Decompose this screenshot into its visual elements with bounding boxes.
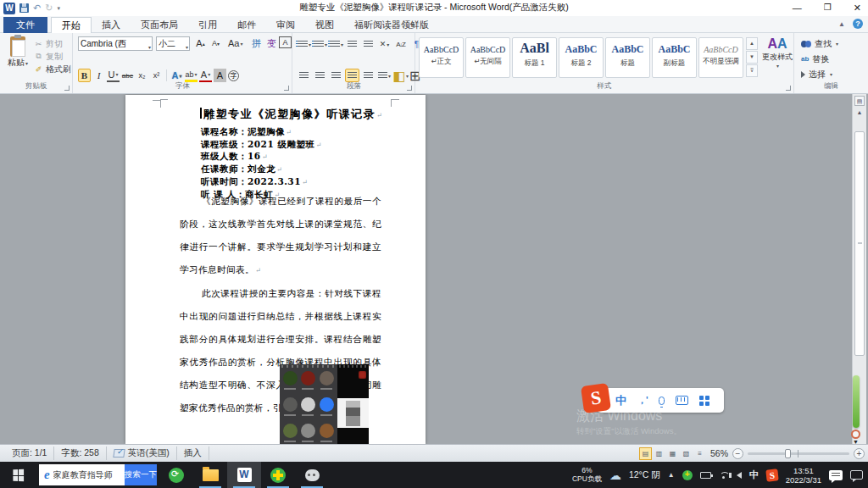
notification-filled-icon[interactable]: [829, 470, 843, 480]
paragraph-dialog-launcher[interactable]: [407, 86, 412, 91]
restore-button[interactable]: ❐: [824, 0, 832, 15]
action-center-icon[interactable]: [850, 470, 863, 480]
view-draft-button[interactable]: ≡: [693, 447, 706, 460]
taskbar-wechat[interactable]: [295, 462, 329, 488]
decrease-indent-button[interactable]: [345, 37, 359, 51]
status-spellcheck[interactable]: 英语(美国): [107, 446, 177, 460]
justify-button[interactable]: [345, 69, 359, 82]
start-button[interactable]: [0, 462, 37, 488]
select-button[interactable]: 选择▾: [801, 68, 832, 80]
sogou-tray-icon[interactable]: S: [765, 469, 778, 481]
font-dialog-launcher[interactable]: [284, 86, 289, 91]
copy-button[interactable]: ⧉复制: [34, 50, 71, 63]
font-name-combo[interactable]: Cambria (西▾: [78, 36, 153, 51]
character-shading-button[interactable]: A: [214, 69, 226, 82]
tray-expand-icon[interactable]: ▲: [668, 471, 675, 479]
tab-file[interactable]: 文件: [3, 17, 47, 33]
find-button[interactable]: 查找▾: [801, 37, 838, 50]
tab-home[interactable]: 开始: [51, 17, 92, 33]
shading-button[interactable]: ◧▾: [393, 69, 408, 82]
tray-360-icon[interactable]: [682, 470, 693, 480]
style-normal[interactable]: AaBbCcD ↵正文: [419, 37, 464, 78]
scroll-up-arrow[interactable]: ▲: [854, 108, 865, 118]
taskbar-360safe[interactable]: [261, 462, 295, 488]
search-input[interactable]: 家庭教育指导师: [53, 469, 125, 481]
sort-button[interactable]: A↓Z: [393, 37, 408, 51]
ime-chinese-mode[interactable]: 中: [615, 393, 626, 408]
tab-references[interactable]: 引用: [188, 17, 227, 33]
asian-layout-button[interactable]: ✕▾: [377, 37, 392, 51]
multilevel-list-button[interactable]: ▾: [329, 37, 343, 51]
clock-widget[interactable]: 13:51 2022/3/31: [786, 466, 821, 485]
weather-widget[interactable]: 12°C 阴: [629, 469, 660, 481]
numbering-button[interactable]: ▾: [313, 37, 327, 51]
ime-mic-icon[interactable]: [659, 396, 665, 405]
line-spacing-button[interactable]: ▾: [377, 69, 392, 82]
help-icon[interactable]: ?: [853, 19, 863, 29]
align-center-button[interactable]: [313, 69, 327, 82]
clipboard-dialog-launcher[interactable]: [64, 86, 70, 91]
subscript-button[interactable]: x₂: [136, 69, 148, 82]
replace-button[interactable]: ab 替换: [801, 53, 829, 65]
zoom-in-button[interactable]: +: [854, 448, 865, 459]
change-styles-button[interactable]: AA 更改样式 ▾: [761, 36, 793, 69]
format-painter-button[interactable]: ✐格式刷: [34, 63, 71, 75]
highlight-color-button[interactable]: ab▾: [185, 69, 198, 82]
text-effects-button[interactable]: A▾: [170, 69, 183, 82]
tab-review[interactable]: 审阅: [266, 17, 305, 33]
font-color-button[interactable]: A▾: [199, 69, 212, 82]
underline-button[interactable]: U▾: [107, 69, 120, 82]
ime-toolbox-icon[interactable]: [699, 396, 709, 406]
increase-indent-button[interactable]: [361, 37, 376, 51]
style-subtitle[interactable]: AaBbC 副标题: [652, 37, 697, 78]
collapse-ribbon-icon[interactable]: ▲: [838, 20, 845, 28]
taskbar-file-explorer[interactable]: [193, 462, 227, 488]
status-wordcount[interactable]: 字数: 258: [54, 446, 106, 460]
align-left-button[interactable]: [297, 69, 311, 82]
distribute-button[interactable]: [361, 69, 376, 82]
paste-button[interactable]: 粘贴▾: [4, 36, 31, 82]
view-fullscreen-button[interactable]: ▥: [653, 447, 665, 460]
cut-button[interactable]: ✂剪切: [34, 37, 71, 50]
style-subtle-emphasis[interactable]: AaBbCcD 不明显强调: [698, 37, 743, 78]
minimize-button[interactable]: —: [793, 0, 802, 15]
enclose-characters-button[interactable]: 字: [228, 70, 239, 81]
ime-indicator[interactable]: 中: [749, 469, 759, 481]
tab-page-layout[interactable]: 页面布局: [131, 17, 188, 33]
wifi-icon[interactable]: [719, 471, 729, 479]
view-web-layout-button[interactable]: ▦: [666, 447, 679, 460]
zoom-out-button[interactable]: −: [732, 448, 743, 459]
zoom-level[interactable]: 56%: [710, 448, 728, 458]
tab-insert[interactable]: 插入: [92, 17, 131, 33]
tab-mailings[interactable]: 邮件: [227, 17, 266, 33]
cpu-load-widget[interactable]: 6% CPU负载: [572, 467, 602, 483]
shrink-font-button[interactable]: A▾: [209, 36, 222, 50]
clear-formatting-button[interactable]: 变: [265, 36, 278, 50]
status-page[interactable]: 页面: 1/1: [5, 446, 54, 460]
styles-scroll-up[interactable]: ▲: [746, 37, 758, 50]
overlay-dot[interactable]: [851, 430, 860, 439]
tab-foxit[interactable]: 福昕阅读器领鲜版: [344, 17, 439, 33]
superscript-button[interactable]: x²: [150, 69, 163, 82]
zoom-slider-thumb[interactable]: [785, 449, 791, 458]
speaker-icon[interactable]: [737, 472, 742, 479]
style-heading1[interactable]: AaBl 标题 1: [512, 37, 557, 78]
sogou-logo-icon[interactable]: S: [581, 383, 611, 413]
change-case-button[interactable]: Aa▾: [228, 36, 242, 50]
green-slider-overlay[interactable]: [853, 375, 860, 428]
document-page[interactable]: 雕塑专业《泥塑胸像》听课记录↵ 课程名称：泥塑胸像↵ 课程班级：2021 级雕塑…: [125, 95, 426, 444]
grow-font-button[interactable]: A▴: [194, 36, 207, 50]
taskbar-word[interactable]: W: [227, 462, 261, 488]
styles-scroll-down[interactable]: ▼: [746, 51, 758, 64]
ime-keyboard-icon[interactable]: [676, 396, 688, 405]
ruler-toggle-icon[interactable]: ▤: [854, 96, 865, 106]
align-right-button[interactable]: [329, 69, 343, 82]
italic-button[interactable]: I: [92, 69, 105, 82]
styles-more-button[interactable]: ⊽: [746, 64, 758, 77]
scrollbar-thumb[interactable]: [854, 131, 865, 356]
close-button[interactable]: ✕: [854, 0, 861, 15]
bullets-button[interactable]: ▾: [297, 37, 311, 51]
view-print-layout-button[interactable]: ▤: [639, 447, 652, 460]
phonetic-guide-button[interactable]: 拼: [250, 36, 263, 50]
search-go-button[interactable]: 搜索一下: [125, 464, 157, 485]
